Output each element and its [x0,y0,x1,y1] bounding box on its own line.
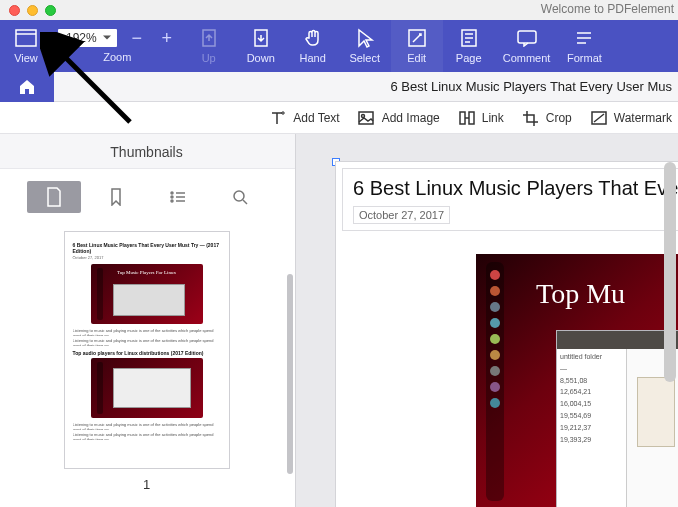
link-label: Link [482,111,504,125]
link-icon [458,110,476,126]
page-button[interactable]: Page [443,20,495,72]
down-icon [250,28,272,48]
watermark-icon [590,110,608,126]
scrollbar-thumb[interactable] [664,162,676,382]
app-window-sidebar: untitled folder — 8,551,08 12,654,21 16,… [557,349,627,507]
bookmark-icon [109,188,123,206]
zoom-group: 192% − + Zoom [52,20,183,72]
edit-label: Edit [407,52,426,64]
add-text-button[interactable]: Add Text [269,110,339,126]
comment-icon [516,28,538,48]
page-thumbnail[interactable]: 6 Best Linux Music Players That Every Us… [64,231,230,469]
crop-icon [522,110,540,126]
window-titlebar: Welcome to PDFelement [0,0,678,20]
list-icon [169,190,187,204]
down-label: Down [247,52,275,64]
comment-button[interactable]: Comment [495,20,559,72]
up-label: Up [202,52,216,64]
hand-label: Hand [300,52,326,64]
close-window-button[interactable] [9,5,20,16]
search-icon [232,189,248,205]
hand-button[interactable]: Hand [287,20,339,72]
home-button[interactable] [0,72,54,102]
crop-label: Crop [546,111,572,125]
add-image-label: Add Image [382,111,440,125]
sidebar-scrollbar[interactable] [287,274,293,474]
file-row: — [560,364,623,374]
link-button[interactable]: Link [458,110,504,126]
file-row: 19,554,69 [560,411,623,421]
maximize-window-button[interactable] [45,5,56,16]
format-label: Format [567,52,602,64]
crop-button[interactable]: Crop [522,110,572,126]
thumb-paragraph: Listening to music and playing music is … [73,432,221,440]
file-row: 19,393,29 [560,435,623,445]
down-button[interactable]: Down [235,20,287,72]
sidebar-tab-bookmarks[interactable] [89,181,143,213]
thumb-hero-window [113,284,185,316]
article-date: October 27, 2017 [353,206,450,224]
edit-button[interactable]: Edit [391,20,443,72]
svg-point-26 [234,191,244,201]
zoom-in-button[interactable]: + [157,29,177,47]
svg-rect-16 [469,112,474,124]
page-icon [458,28,480,48]
minimize-window-button[interactable] [27,5,38,16]
viewport-scrollbar[interactable] [664,162,676,497]
document-page[interactable]: 6 Best Linux Music Players That Ever Oct… [336,162,678,507]
thumb-paragraph: Listening to music and playing music is … [73,422,221,430]
sidebar-tabs [0,169,295,225]
add-text-icon [269,110,287,126]
thumb-hero-2-window [113,368,191,408]
view-button[interactable]: View [0,20,52,72]
svg-rect-9 [518,31,536,43]
thumb-hero-2 [91,358,203,418]
article-title: 6 Best Linux Music Players That Ever [353,177,669,200]
body-split: Thumbnails 6 Best Linux Music Players Th… [0,134,678,507]
svg-point-24 [171,200,173,202]
format-button[interactable]: Format [558,20,610,72]
file-row: 16,004,15 [560,399,623,409]
zoom-select[interactable]: 192% [58,29,117,47]
sidebar-tab-search[interactable] [213,181,267,213]
window-controls [0,5,56,16]
watermark-label: Watermark [614,111,672,125]
up-button: Up [183,20,235,72]
hero-title: Top Mu [536,278,678,310]
comment-label: Comment [503,52,551,64]
document-viewport: 6 Best Linux Music Players That Ever Oct… [296,134,678,507]
svg-rect-13 [359,112,373,124]
select-button[interactable]: Select [339,20,391,72]
select-label: Select [349,52,380,64]
add-text-label: Add Text [293,111,339,125]
watermark-button[interactable]: Watermark [590,110,672,126]
thumb-paragraph: Listening to music and playing music is … [73,338,221,346]
app-window: untitled folder — 8,551,08 12,654,21 16,… [556,330,678,507]
format-icon [573,28,595,48]
up-icon [198,28,220,48]
add-image-button[interactable]: Add Image [358,110,440,126]
page-label: Page [456,52,482,64]
add-image-icon [358,110,376,126]
document-title: 6 Best Linux Music Players That Every Us… [54,79,678,94]
svg-point-22 [171,196,173,198]
main-toolbar: View 192% − + Zoom Up Down Hand Sele [0,20,678,72]
page-icon [45,187,63,207]
sidebar-resize-handle[interactable] [296,134,301,507]
app-window-titlebar [557,331,678,349]
unity-dock [486,262,504,501]
home-icon [18,79,36,95]
thumb-paragraph: Listening to music and playing music is … [73,328,221,336]
file-row: 8,551,08 [560,376,623,386]
sidebar-tab-outline[interactable] [151,181,205,213]
window-title: Welcome to PDFelement [541,2,674,16]
sidebar-tab-thumbnails[interactable] [27,181,81,213]
zoom-value: 192% [66,31,97,45]
edit-sub-toolbar: Add Text Add Image Link Crop Watermark [0,102,678,134]
svg-line-27 [243,200,247,204]
article-header-box: 6 Best Linux Music Players That Ever Oct… [342,168,678,231]
thumb-subheading: Top audio players for Linux distribution… [73,350,221,356]
edit-icon [406,28,428,48]
zoom-out-button[interactable]: − [127,29,147,47]
view-label: View [14,52,38,64]
